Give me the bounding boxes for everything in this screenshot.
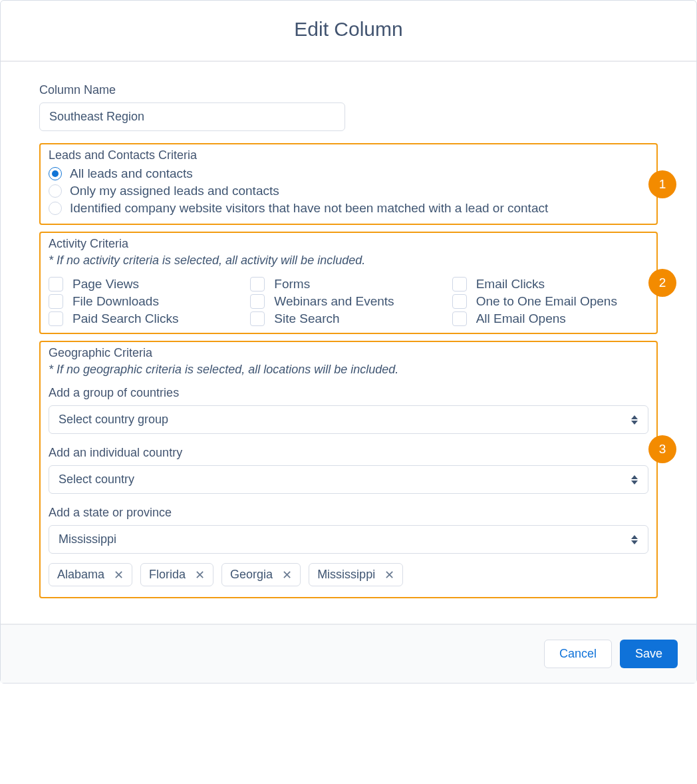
callout-badge-1: 1 xyxy=(648,170,676,198)
leads-criteria-section: 1 Leads and Contacts Criteria All leads … xyxy=(39,143,658,225)
check-label: One to One Email Opens xyxy=(476,294,617,309)
radio-icon xyxy=(49,202,62,215)
radio-label: Only my assigned leads and contacts xyxy=(70,184,279,198)
check-paid-search-clicks[interactable]: Paid Search Clicks xyxy=(49,311,245,326)
column-name-label: Column Name xyxy=(39,83,658,97)
check-site-search[interactable]: Site Search xyxy=(250,311,446,326)
check-label: Email Clicks xyxy=(476,277,545,292)
check-label: Forms xyxy=(274,277,310,292)
activity-criteria-heading: Activity Criteria xyxy=(49,237,648,251)
check-forms[interactable]: Forms xyxy=(250,277,446,292)
check-one-to-one-opens[interactable]: One to One Email Opens xyxy=(452,294,648,309)
radio-identified-visitors[interactable]: Identified company website visitors that… xyxy=(49,200,648,217)
callout-badge-2: 2 xyxy=(648,269,676,297)
radio-icon xyxy=(49,167,62,180)
check-label: Webinars and Events xyxy=(274,294,394,309)
check-all-email-opens[interactable]: All Email Opens xyxy=(452,311,648,326)
modal-body: Column Name 1 Leads and Contacts Criteri… xyxy=(1,62,696,624)
country-select[interactable]: Select country xyxy=(49,465,648,494)
check-label: Paid Search Clicks xyxy=(72,311,178,326)
checkbox-icon xyxy=(49,277,63,292)
checkbox-icon xyxy=(452,277,467,292)
checkbox-icon xyxy=(452,311,467,326)
country-label: Add an individual country xyxy=(49,446,648,460)
checkbox-icon xyxy=(250,277,265,292)
checkbox-icon xyxy=(49,311,63,326)
country-group-field: Add a group of countries Select country … xyxy=(49,386,648,434)
check-label: All Email Opens xyxy=(476,311,566,326)
state-select[interactable]: Mississippi xyxy=(49,525,648,554)
modal-footer: Cancel Save xyxy=(1,624,696,683)
select-value: Select country group xyxy=(59,413,168,427)
close-icon[interactable]: ✕ xyxy=(282,569,292,581)
check-file-downloads[interactable]: File Downloads xyxy=(49,294,245,309)
activity-checkbox-grid: Page Views Forms Email Clicks File Downl… xyxy=(49,277,648,326)
geo-criteria-hint: * If no geographic criteria is selected,… xyxy=(49,363,648,377)
callout-badge-3: 3 xyxy=(648,435,676,463)
radio-all-leads[interactable]: All leads and contacts xyxy=(49,165,648,182)
edit-column-modal: Edit Column Column Name 1 Leads and Cont… xyxy=(0,0,697,684)
save-button[interactable]: Save xyxy=(620,640,678,668)
select-value: Select country xyxy=(59,473,134,487)
state-label: Add a state or province xyxy=(49,506,648,520)
modal-title: Edit Column xyxy=(14,18,683,41)
checkbox-icon xyxy=(452,294,467,309)
check-label: File Downloads xyxy=(72,294,159,309)
radio-icon xyxy=(49,184,62,198)
selected-states-pills: Alabama ✕ Florida ✕ Georgia ✕ Mississipp… xyxy=(49,563,648,586)
close-icon[interactable]: ✕ xyxy=(195,569,205,581)
radio-label: Identified company website visitors that… xyxy=(70,201,548,216)
check-label: Site Search xyxy=(274,311,339,326)
column-name-field: Column Name xyxy=(39,83,658,131)
pill-alabama: Alabama ✕ xyxy=(49,563,132,586)
check-label: Page Views xyxy=(72,277,139,292)
pill-georgia: Georgia ✕ xyxy=(221,563,301,586)
cancel-button[interactable]: Cancel xyxy=(544,640,612,668)
checkbox-icon xyxy=(250,294,265,309)
country-group-label: Add a group of countries xyxy=(49,386,648,400)
geographic-criteria-section: 3 Geographic Criteria * If no geographic… xyxy=(39,341,658,598)
state-field: Add a state or province Mississippi Alab… xyxy=(49,506,648,586)
pill-florida: Florida ✕ xyxy=(140,563,213,586)
check-webinars-events[interactable]: Webinars and Events xyxy=(250,294,446,309)
radio-my-assigned[interactable]: Only my assigned leads and contacts xyxy=(49,182,648,200)
checkbox-icon xyxy=(49,294,63,309)
select-value: Mississippi xyxy=(59,532,116,546)
country-field: Add an individual country Select country xyxy=(49,446,648,494)
modal-header: Edit Column xyxy=(1,1,696,62)
check-page-views[interactable]: Page Views xyxy=(49,277,245,292)
country-group-select[interactable]: Select country group xyxy=(49,405,648,434)
checkbox-icon xyxy=(250,311,265,326)
activity-criteria-hint: * If no activity criteria is selected, a… xyxy=(49,254,648,268)
column-name-input[interactable] xyxy=(39,102,345,131)
pill-mississippi: Mississippi ✕ xyxy=(309,563,403,586)
pill-label: Georgia xyxy=(230,568,273,582)
close-icon[interactable]: ✕ xyxy=(384,569,394,581)
leads-criteria-heading: Leads and Contacts Criteria xyxy=(49,148,648,162)
pill-label: Mississippi xyxy=(317,568,375,582)
pill-label: Alabama xyxy=(57,568,104,582)
pill-label: Florida xyxy=(149,568,186,582)
geo-criteria-heading: Geographic Criteria xyxy=(49,346,648,360)
radio-label: All leads and contacts xyxy=(70,166,193,181)
check-email-clicks[interactable]: Email Clicks xyxy=(452,277,648,292)
activity-criteria-section: 2 Activity Criteria * If no activity cri… xyxy=(39,232,658,334)
close-icon[interactable]: ✕ xyxy=(114,569,124,581)
